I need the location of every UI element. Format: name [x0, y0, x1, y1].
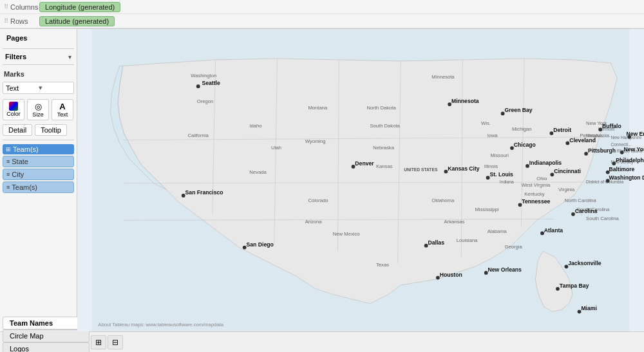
label-san-francisco: San Francisco: [185, 189, 223, 196]
label-washington-dc: Washington D.C.: [609, 174, 644, 181]
state-kansas: Kansas: [376, 163, 393, 169]
left-panel: Pages Filters ▾ Marks Text ▾ Color: [0, 29, 77, 331]
marks-detail-row: Detail Tooltip: [3, 124, 74, 136]
filters-section: Filters ▾: [3, 51, 74, 62]
bottom-bar: Team NamesCircle MapLogosLogos with Anno…: [0, 331, 644, 352]
field-chip-icon: ≡: [6, 184, 10, 190]
marks-icons-row: Color ◎ Size A Text: [3, 99, 74, 120]
list-icon-button[interactable]: ⊟: [108, 335, 123, 349]
label-new-orleans: New Orleans: [488, 266, 522, 273]
state-alabama: Alabama: [488, 228, 507, 234]
label-green-bay: Green Bay: [504, 107, 532, 113]
columns-pill[interactable]: Longitude (generated): [39, 2, 120, 12]
divider-pages: [3, 48, 74, 49]
state-kentucky: Kentucky: [524, 191, 545, 197]
state-oklahoma: Oklahoma: [431, 198, 455, 203]
state-california: California: [187, 133, 209, 138]
label-buffalo: Buffalo: [602, 123, 621, 129]
marks-type-label: Text: [6, 84, 39, 92]
state-idaho: Idaho: [249, 123, 261, 129]
label-chicago: Chicago: [514, 142, 536, 148]
label-new-york: New York: [624, 146, 644, 153]
size-label: Size: [32, 111, 44, 118]
filters-title: Filters: [5, 53, 26, 60]
state-illinois: Illinois: [484, 163, 498, 169]
field-chips: ⊞Team(s)≡State≡City≡Team(s): [3, 143, 74, 194]
label-houston: Houston: [440, 272, 462, 278]
label-miami: Miami: [581, 305, 596, 311]
bottom-tab-team-names[interactable]: Team Names: [3, 317, 90, 329]
label-seattle: Seattle: [202, 80, 220, 86]
bottom-tabs-container: Team NamesCircle MapLogosLogos with Anno…: [3, 317, 90, 353]
united-states-label: UNITED STATES: [404, 167, 438, 172]
shelf-area: ⠿ Columns Longitude (generated) ⠿ Rows L…: [0, 0, 644, 29]
label-tampa-bay: Tampa Bay: [560, 283, 589, 289]
label-carolina: Carolina: [575, 208, 598, 214]
state-iowa: Iowa: [488, 133, 498, 138]
pages-section: Pages: [3, 32, 74, 46]
field-chip-state[interactable]: ≡State: [3, 156, 74, 167]
color-label: Color: [6, 111, 21, 117]
columns-row: ⠿ Columns Longitude (generated): [0, 0, 644, 14]
state-new-mexico: New Mexico: [333, 231, 360, 237]
size-button[interactable]: ◎ Size: [27, 99, 49, 120]
state-north-dakota: North Dakota: [367, 105, 397, 111]
state-wyoming: Wyoming: [305, 138, 326, 144]
pages-title: Pages: [5, 33, 71, 43]
field-chip-icon: ≡: [6, 158, 10, 165]
columns-text: Columns: [10, 3, 38, 11]
state-indiana: Indiana: [500, 180, 514, 184]
label-baltimore: Baltimore: [609, 166, 635, 172]
tooltip-button[interactable]: Tooltip: [35, 124, 67, 136]
label-minnesota: Minnesota: [451, 98, 479, 104]
state-missouri: Missouri: [490, 153, 509, 158]
state-mississippi: Mississippi: [475, 207, 498, 212]
state-oregon: Oregon: [197, 98, 214, 104]
rows-grip-icon: ⠿: [4, 17, 8, 24]
columns-grip-icon: ⠿: [4, 3, 8, 10]
color-icon: [9, 102, 18, 111]
text-icon: A: [59, 102, 65, 111]
map-container: Oregon California Idaho Nevada Utah Wyom…: [77, 29, 644, 331]
label-new-england: New England: [626, 131, 644, 137]
app-container: ⠿ Columns Longitude (generated) ⠿ Rows L…: [0, 0, 644, 352]
filters-dropdown-icon[interactable]: ▾: [68, 53, 71, 60]
field-chip-city[interactable]: ≡City: [3, 169, 74, 180]
state-wis: Wis.: [481, 120, 491, 126]
state-montana: Montana: [308, 105, 328, 111]
state-louisiana: Louisiana: [457, 237, 478, 243]
bottom-tab-logos[interactable]: Logos: [3, 342, 90, 353]
field-chip-label: State: [12, 158, 28, 165]
label-atlanta: Atlanta: [544, 227, 563, 234]
label-denver: Denver: [355, 160, 374, 167]
marks-title: Marks: [3, 68, 74, 79]
text-label: Text: [57, 111, 68, 118]
us-map-svg: Oregon California Idaho Nevada Utah Wyom…: [77, 29, 644, 331]
state-arizona: Arizona: [305, 219, 323, 225]
label-detroit: Detroit: [553, 127, 571, 133]
grid-icon-button[interactable]: ⊞: [91, 335, 106, 349]
label-jacksonville: Jacksonville: [568, 260, 601, 266]
color-button[interactable]: Color: [3, 99, 24, 120]
columns-label: ⠿ Columns: [4, 3, 39, 11]
label-tennessee: Tennessee: [522, 198, 550, 205]
bottom-tab-circle-map[interactable]: Circle Map: [3, 329, 90, 342]
rows-pill[interactable]: Latitude (generated): [39, 16, 115, 26]
text-button[interactable]: A Text: [52, 99, 73, 120]
state-washington: Washington: [191, 73, 216, 79]
state-nebraska: Nebraska: [373, 145, 395, 151]
field-chip-label: City: [12, 171, 24, 178]
state-west-virginia: West Virginia: [521, 182, 551, 188]
state-south-dakota: South Dakota: [370, 123, 400, 129]
rows-label: ⠿ Rows: [4, 17, 39, 25]
rows-row: ⠿ Rows Latitude (generated): [0, 14, 644, 28]
marks-type-selector[interactable]: Text ▾: [3, 82, 74, 94]
state-north-carolina: North Carolina: [565, 198, 597, 203]
map-attribution: About Tableau maps: www.tableausoftware.…: [98, 322, 224, 328]
label-kansas-city: Kansas City: [448, 165, 480, 172]
detail-button[interactable]: Detail: [3, 124, 32, 136]
state-sc: South Carolina: [586, 216, 619, 221]
field-chip-teams2[interactable]: ≡Team(s): [3, 181, 74, 193]
divider-marks: [3, 140, 74, 140]
field-chip-teams[interactable]: ⊞Team(s): [3, 144, 74, 154]
